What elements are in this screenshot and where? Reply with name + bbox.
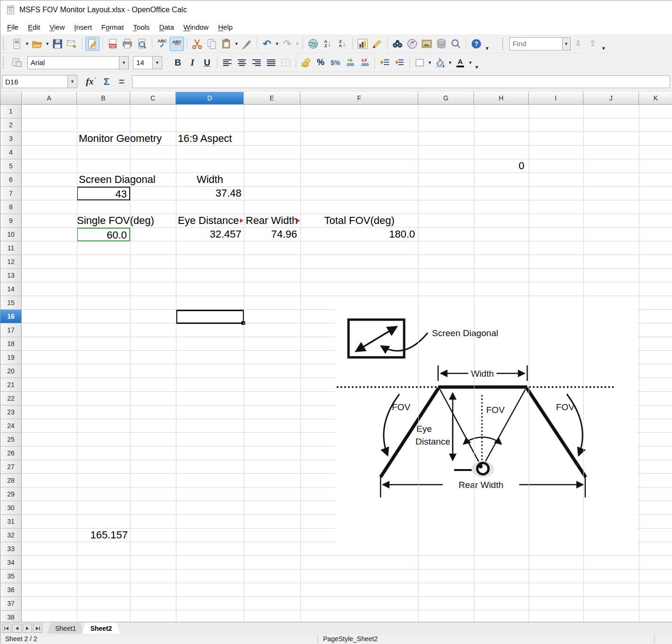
cell-F9[interactable]: Total FOV(deg) [300, 214, 418, 228]
cell-F10[interactable]: 180.0 [300, 228, 417, 241]
add-decimal-button[interactable]: +0.000 [343, 56, 357, 70]
row-header-19[interactable]: 19 [0, 351, 22, 364]
row-header-10[interactable]: 10 [0, 228, 22, 241]
email-button[interactable] [65, 37, 79, 51]
row-header-8[interactable]: 8 [0, 200, 22, 214]
zoom-button[interactable] [449, 37, 463, 51]
fov-diagram-image[interactable]: Screen Diagonal Width [335, 305, 637, 550]
menu-format[interactable]: Format [97, 21, 129, 33]
export-pdf-button[interactable]: PDF [106, 37, 120, 51]
toolbar-overflow-button[interactable]: ▼ [485, 46, 489, 51]
row-header-38[interactable]: 38 [0, 611, 22, 622]
find-toolbar-overflow[interactable]: ▼ [601, 46, 606, 51]
next-sheet-button[interactable] [23, 624, 32, 633]
copy-button[interactable] [205, 37, 219, 51]
column-header-E[interactable]: E [244, 92, 300, 105]
cell-D6[interactable]: Width [176, 173, 244, 187]
sort-ascending-button[interactable]: AZ↓ [321, 37, 335, 51]
cell-D3[interactable]: 16:9 Aspect [178, 132, 232, 146]
menu-file[interactable]: File [2, 21, 23, 33]
find-combo[interactable]: ▼ [509, 37, 571, 50]
function-wizard-button[interactable]: fx✦ [84, 74, 99, 89]
bold-button[interactable]: B [171, 56, 185, 70]
row-header-25[interactable]: 25 [0, 433, 22, 446]
italic-button[interactable]: I [185, 56, 199, 70]
row-header-2[interactable]: 2 [0, 118, 22, 132]
edit-file-button[interactable] [85, 37, 100, 51]
paste-dropdown[interactable]: ▼ [234, 37, 239, 51]
row-header-34[interactable]: 34 [0, 556, 22, 570]
row-header-6[interactable]: 6 [0, 173, 22, 187]
borders-dropdown[interactable]: ▼ [427, 56, 432, 70]
cell-B32[interactable]: 165.157 [77, 528, 130, 542]
grid-corner[interactable] [0, 92, 22, 105]
sum-button[interactable]: Σ [99, 74, 114, 89]
align-justify-button[interactable] [264, 56, 278, 70]
previous-sheet-button[interactable] [12, 624, 22, 633]
increase-indent-button[interactable] [392, 56, 407, 70]
spelling-button[interactable]: ABC✓ [155, 37, 169, 51]
cell-D9[interactable]: Eye Distance [176, 214, 241, 228]
row-header-36[interactable]: 36 [0, 583, 22, 597]
align-left-button[interactable] [220, 56, 234, 70]
new-document-dropdown[interactable]: ▼ [25, 37, 30, 51]
column-header-J[interactable]: J [583, 92, 639, 105]
find-input[interactable] [510, 38, 562, 50]
cell-B10[interactable]: 60.0 [77, 228, 130, 241]
find-toolbar-grip[interactable] [502, 38, 506, 50]
styles-button[interactable] [10, 56, 24, 70]
menu-data[interactable]: Data [154, 21, 179, 33]
row-header-4[interactable]: 4 [0, 146, 22, 159]
cell-H5[interactable]: 0 [474, 159, 527, 173]
font-color-button[interactable]: A [453, 56, 467, 70]
insert-chart-button[interactable] [356, 37, 370, 51]
row-header-33[interactable]: 33 [0, 542, 22, 556]
cell-E9[interactable]: Rear Width [244, 214, 297, 228]
sort-descending-button[interactable]: ZA↓ [335, 37, 349, 51]
column-header-A[interactable]: A [22, 92, 77, 105]
data-sources-button[interactable] [434, 37, 448, 51]
page-style-status[interactable]: PageStyle_Sheet2 [323, 635, 378, 643]
currency-format-button[interactable] [299, 56, 313, 70]
page-preview-button[interactable] [135, 37, 149, 51]
row-header-29[interactable]: 29 [0, 487, 22, 501]
row-header-17[interactable]: 17 [0, 323, 22, 337]
row-header-31[interactable]: 31 [0, 515, 22, 528]
cell-E10[interactable]: 74.96 [244, 228, 299, 241]
equals-button[interactable]: = [114, 74, 129, 89]
row-header-7[interactable]: 7 [0, 187, 22, 200]
undo-dropdown[interactable]: ▼ [274, 37, 280, 51]
menu-tools[interactable]: Tools [128, 21, 154, 33]
row-header-9[interactable]: 9 [0, 214, 22, 228]
row-header-27[interactable]: 27 [0, 460, 22, 474]
navigator-button[interactable] [405, 37, 419, 51]
find-replace-button[interactable] [390, 37, 405, 51]
row-header-22[interactable]: 22 [0, 392, 22, 405]
row-header-15[interactable]: 15 [0, 296, 22, 310]
new-document-button[interactable] [10, 37, 24, 51]
draw-functions-button[interactable] [370, 37, 384, 51]
background-color-button[interactable] [433, 56, 447, 70]
toolbar-grip[interactable] [3, 38, 7, 50]
row-header-35[interactable]: 35 [0, 570, 22, 583]
cell-B3[interactable]: Monitor Geometry [79, 132, 162, 146]
row-header-26[interactable]: 26 [0, 446, 22, 460]
row-header-13[interactable]: 13 [0, 269, 22, 282]
row-header-23[interactable]: 23 [0, 405, 22, 419]
find-next-button[interactable]: ⇩ [571, 37, 585, 51]
row-header-32[interactable]: 32 [0, 528, 22, 542]
cells-layer[interactable]: Monitor Geometry 16:9 Aspect 0 Screen Di… [22, 105, 672, 622]
row-header-14[interactable]: 14 [0, 282, 22, 296]
cell-B7[interactable]: 43 [77, 187, 130, 200]
row-header-28[interactable]: 28 [0, 474, 22, 487]
font-color-dropdown[interactable]: ▼ [468, 56, 473, 70]
column-header-B[interactable]: B [77, 92, 130, 105]
selected-cell-D16[interactable] [176, 310, 244, 324]
row-header-37[interactable]: 37 [0, 597, 22, 611]
menu-help[interactable]: Help [213, 21, 237, 33]
row-header-12[interactable]: 12 [0, 255, 22, 269]
formula-input-line[interactable] [132, 75, 670, 88]
column-header-H[interactable]: H [474, 92, 529, 105]
column-header-C[interactable]: C [130, 92, 176, 105]
underline-button[interactable]: U [200, 56, 214, 70]
